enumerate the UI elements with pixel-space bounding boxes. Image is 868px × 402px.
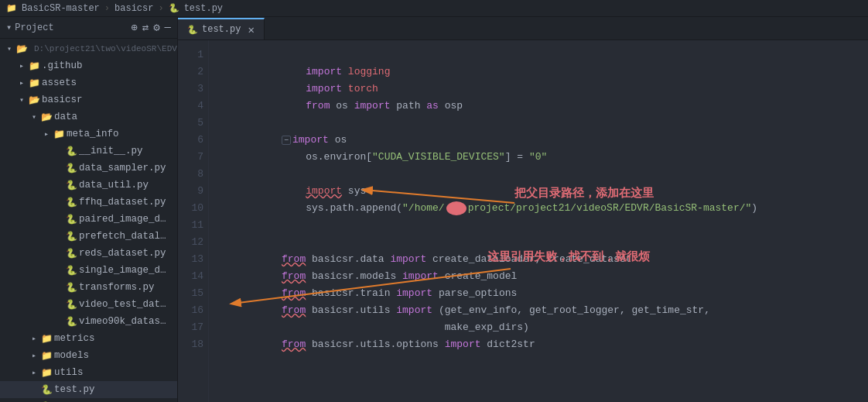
code-line-17: from basicsr.utils.options import dict2s…: [221, 319, 868, 336]
tree-item-data-util[interactable]: 🐍 data_util.py: [0, 177, 177, 194]
code-line-9: sys.path.append("/home/project/project21…: [221, 183, 868, 200]
py-icon-single: 🐍: [65, 265, 77, 277]
tree-item-train-py[interactable]: 🐍 train.py: [0, 398, 177, 402]
path-BasicSR-master: D:\project21\two\videoSR\EDVR\BasicSR-ma…: [34, 44, 177, 53]
code-line-5: −import os: [221, 115, 868, 132]
tab-test-py[interactable]: 🐍 test.py ✕: [178, 18, 265, 40]
folder-icon-meta-info: 📁: [53, 129, 65, 140]
tab-close-btn[interactable]: ✕: [248, 23, 254, 36]
title-sep-1: ›: [104, 3, 110, 14]
label-reds: reds_dataset.py: [79, 248, 166, 259]
code-line-15: from basicsr.utils import (get_env_info,…: [221, 285, 868, 302]
collapse-icon[interactable]: —: [165, 21, 171, 34]
code-line-6: os.environ["CUDA_VISIBLE_DEVICES"] = "0": [221, 132, 868, 149]
tree-item-ffhq[interactable]: 🐍 ffhq_dataset.py: [0, 194, 177, 211]
label-single: single_image_dataset.py: [79, 265, 171, 276]
label-basicsr: basicsr: [42, 94, 83, 105]
tree-item-paired[interactable]: 🐍 paired_image_dataset.py: [0, 211, 177, 228]
code-line-18: [221, 336, 868, 353]
title-root: BasicSR-master: [22, 3, 100, 14]
title-bar: 📁 BasicSR-master › basicsr › 🐍 test.py: [0, 0, 868, 17]
tree-item-vimeo[interactable]: 🐍 vimeo90k_dataset.py: [0, 313, 177, 330]
sidebar-icons: ⊕ ⇄ ⚙ —: [131, 21, 171, 34]
tree-item-meta-info[interactable]: ▸ 📁 meta_info: [0, 125, 177, 143]
label-ffhq: ffhq_dataset.py: [79, 197, 166, 208]
title-file: test.py: [184, 3, 223, 14]
tree-item-transforms[interactable]: 🐍 transforms.py: [0, 279, 177, 296]
code-line-3: from os import path as osp: [221, 81, 868, 98]
title-sep-2: ›: [158, 3, 163, 14]
main-layout: ▾ Project ⊕ ⇄ ⚙ — ▾ 📂 BasicSR-master D:\…: [0, 17, 868, 402]
label-meta-info: meta_info: [67, 129, 119, 139]
arrow-models: ▸: [28, 351, 40, 360]
tree-item-assets[interactable]: ▸ 📁 assets: [0, 74, 177, 91]
code-line-1: import logging: [221, 46, 868, 64]
label-github: .github: [42, 60, 83, 71]
py-icon-vimeo: 🐍: [65, 316, 77, 328]
arrow-assets: ▸: [15, 78, 28, 88]
arrow-data: ▾: [28, 112, 40, 122]
title-file-icon: 🐍: [169, 3, 179, 13]
code-line-11: [221, 217, 868, 234]
py-icon-reds: 🐍: [65, 248, 77, 259]
tree-item-test-py[interactable]: 🐍 test.py: [0, 381, 177, 398]
settings-icon[interactable]: ⚙: [153, 21, 159, 34]
title-basicsr: basicsr: [114, 3, 153, 14]
tree-item-data[interactable]: ▾ 📂 data: [0, 108, 177, 125]
tree-item-metrics[interactable]: ▸ 📁 metrics: [0, 330, 177, 347]
code-line-12: from basicsr.data import create_dataload…: [221, 234, 868, 251]
arrow-BasicSR-master: ▾: [3, 44, 15, 53]
code-line-8: import sys: [221, 166, 868, 183]
label-data: data: [54, 112, 77, 122]
file-tree: ▾ 📂 BasicSR-master D:\project21\two\vide…: [0, 39, 177, 402]
tree-item-init-py[interactable]: 🐍 __init__.py: [0, 143, 177, 160]
folder-icon-BasicSR-master: 📂: [15, 43, 28, 55]
label-utils: utils: [54, 367, 84, 378]
code-line-4: [221, 98, 868, 115]
tree-item-basicsr[interactable]: ▾ 📂 basicsr: [0, 91, 177, 108]
line-numbers: 1 2 3 4 5 6 7 8 9 10 11 12 13 14 15 16 1…: [178, 40, 209, 402]
py-icon-test: 🐍: [40, 384, 53, 396]
py-icon-init: 🐍: [65, 146, 77, 157]
label-data-sampler: data_sampler.py: [79, 163, 166, 174]
label-init-py: __init__.py: [79, 146, 143, 156]
label-test-py: test.py: [54, 384, 95, 395]
project-label: ▾ Project: [6, 22, 54, 33]
editor-area: 🐍 test.py ✕ 1 2 3 4 5 6 7 8 9 10 11 12 1…: [178, 17, 868, 402]
py-icon-transforms: 🐍: [65, 282, 77, 294]
arrow-metrics: ▸: [28, 334, 40, 343]
label-transforms: transforms.py: [79, 282, 155, 293]
tree-item-reds[interactable]: 🐍 reds_dataset.py: [0, 245, 177, 262]
label-metrics: metrics: [54, 333, 95, 344]
editor-content: 1 2 3 4 5 6 7 8 9 10 11 12 13 14 15 16 1…: [178, 40, 868, 402]
tree-item-data-sampler[interactable]: 🐍 data_sampler.py: [0, 160, 177, 177]
code-line-2: import torch: [221, 64, 868, 81]
sidebar: ▾ Project ⊕ ⇄ ⚙ — ▾ 📂 BasicSR-master D:\…: [0, 17, 178, 402]
arrow-basicsr: ▾: [15, 95, 28, 105]
code-line-16: make_exp_dirs): [221, 302, 868, 319]
py-icon-video-test: 🐍: [65, 299, 77, 311]
py-icon-prefetch: 🐍: [65, 231, 77, 242]
folder-icon-basicsr: 📂: [28, 94, 40, 106]
folder-icon-models: 📁: [40, 350, 53, 362]
tree-item-github[interactable]: ▸ 📁 .github: [0, 57, 177, 74]
tab-label: test.py: [202, 24, 241, 35]
label-assets: assets: [42, 77, 77, 88]
py-icon-paired: 🐍: [65, 214, 77, 225]
transfer-icon[interactable]: ⇄: [142, 21, 149, 34]
label-video-test: video_test_dataset.py: [79, 299, 171, 310]
code-area[interactable]: import logging import torch from os impo…: [209, 40, 868, 402]
tree-item-video-test[interactable]: 🐍 video_test_dataset.py: [0, 296, 177, 313]
py-icon-ffhq: 🐍: [65, 197, 77, 208]
sidebar-header: ▾ Project ⊕ ⇄ ⚙ —: [0, 17, 177, 39]
tree-item-models[interactable]: ▸ 📁 models: [0, 347, 177, 364]
tree-item-single[interactable]: 🐍 single_image_dataset.py: [0, 262, 177, 279]
label-prefetch: prefetch_dataloader.py: [79, 231, 171, 242]
tree-item-BasicSR-master[interactable]: ▾ 📂 BasicSR-master D:\project21\two\vide…: [0, 40, 177, 57]
sidebar-chevron: ▾: [6, 22, 12, 33]
py-icon-data-util: 🐍: [65, 180, 77, 191]
add-icon[interactable]: ⊕: [131, 21, 137, 34]
sidebar-title: Project: [15, 22, 53, 33]
tree-item-prefetch[interactable]: 🐍 prefetch_dataloader.py: [0, 228, 177, 245]
tree-item-utils[interactable]: ▸ 📁 utils: [0, 364, 177, 381]
